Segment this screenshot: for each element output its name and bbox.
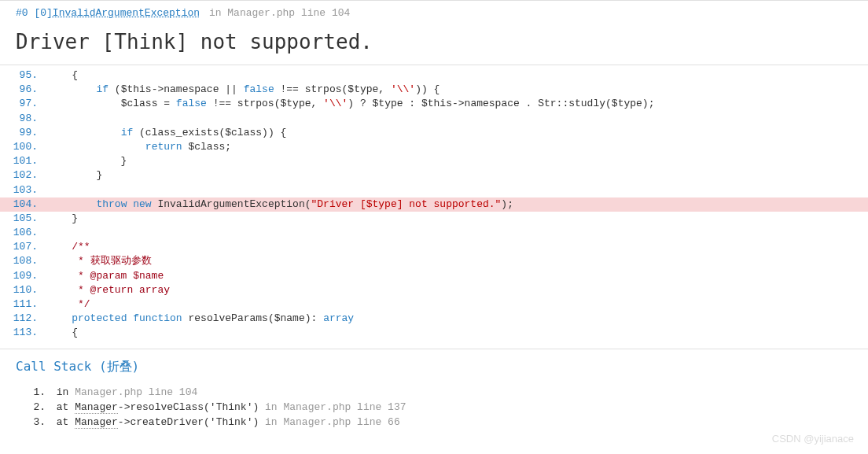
line-number: 108.	[0, 254, 44, 268]
line-code: */	[44, 297, 868, 312]
code-line: 106.	[0, 226, 868, 240]
line-number: 98.	[0, 112, 44, 126]
code-line: 96. if ($this->namespace || false !== st…	[0, 83, 868, 97]
line-number: 113.	[0, 326, 44, 340]
file-reference: Manager.php line 104	[227, 7, 350, 19]
line-code: if (class_exists($class)) {	[44, 126, 868, 140]
line-number: 95.	[0, 68, 44, 83]
line-code: * @param $name	[44, 269, 868, 283]
call-stack-list: 1. in Manager.php line 1042. at Manager-…	[0, 380, 868, 434]
line-code: throw new InvalidArgumentException("Driv…	[44, 197, 868, 212]
line-number: 97.	[0, 97, 44, 111]
error-title: Driver [Think] not supported.	[0, 20, 868, 65]
line-code: if ($this->namespace || false !== strpos…	[44, 83, 868, 97]
code-line: 112. protected function resolveParams($n…	[0, 312, 868, 326]
in-word: in	[209, 7, 222, 19]
call-stack-toggle[interactable]: Call Stack (折叠)	[16, 359, 139, 374]
frame-bracket: [0]	[34, 7, 52, 19]
line-code: * 获取驱动参数	[44, 254, 868, 268]
line-code: $class = false !== strpos($type, '\\') ?…	[44, 97, 868, 111]
code-line: 107. /**	[0, 240, 868, 254]
exception-link[interactable]: InvalidArgumentException	[53, 7, 200, 19]
call-stack-item: 3. at Manager->createDriver('Think') in …	[16, 415, 852, 430]
code-line: 101. }	[0, 154, 868, 168]
code-line: 104. throw new InvalidArgumentException(…	[0, 197, 868, 212]
line-code: {	[44, 68, 868, 83]
call-stack-item: 1. in Manager.php line 104	[16, 385, 852, 400]
line-number: 102.	[0, 168, 44, 183]
line-number: 111.	[0, 297, 44, 312]
line-number: 101.	[0, 154, 44, 168]
code-line: 102. }	[0, 168, 868, 183]
line-code: }	[44, 168, 868, 183]
code-line: 100. return $class;	[0, 140, 868, 154]
line-code: }	[44, 212, 868, 226]
code-line: 109. * @param $name	[0, 269, 868, 283]
line-code: }	[44, 154, 868, 168]
line-number: 107.	[0, 240, 44, 254]
line-number: 100.	[0, 140, 44, 154]
line-number: 103.	[0, 183, 44, 197]
code-line: 108. * 获取驱动参数	[0, 254, 868, 268]
line-code: {	[44, 326, 868, 340]
frame-number: #0	[16, 7, 28, 19]
line-code: protected function resolveParams($name):…	[44, 312, 868, 326]
error-header: #0 [0]InvalidArgumentException in Manage…	[0, 1, 868, 20]
line-code: /**	[44, 240, 868, 254]
code-line: 97. $class = false !== strpos($type, '\\…	[0, 97, 868, 111]
line-code	[44, 112, 868, 126]
line-number: 109.	[0, 269, 44, 283]
watermark: CSDN @yijianace	[772, 433, 854, 445]
code-line: 98.	[0, 112, 868, 126]
code-block: 95. {96. if ($this->namespace || false !…	[0, 65, 868, 344]
call-stack-item: 2. at Manager->resolveClass('Think') in …	[16, 400, 852, 415]
line-code: return $class;	[44, 140, 868, 154]
code-line: 110. * @return array	[0, 283, 868, 297]
line-number: 104.	[0, 197, 44, 212]
code-line: 105. }	[0, 212, 868, 226]
code-line: 111. */	[0, 297, 868, 312]
line-number: 105.	[0, 212, 44, 226]
line-number: 96.	[0, 83, 44, 97]
line-number: 99.	[0, 126, 44, 140]
code-line: 99. if (class_exists($class)) {	[0, 126, 868, 140]
line-number: 110.	[0, 283, 44, 297]
line-code	[44, 226, 868, 240]
code-line: 113. {	[0, 326, 868, 340]
call-stack-header: Call Stack (折叠)	[0, 349, 868, 380]
line-number: 112.	[0, 312, 44, 326]
line-code: * @return array	[44, 283, 868, 297]
code-line: 95. {	[0, 68, 868, 83]
line-number: 106.	[0, 226, 44, 240]
code-line: 103.	[0, 183, 868, 197]
line-code	[44, 183, 868, 197]
